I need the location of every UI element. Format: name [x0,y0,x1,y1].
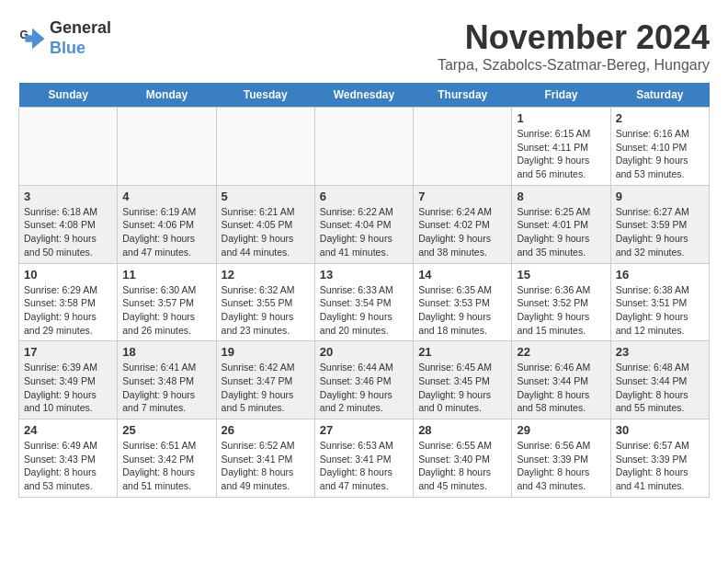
day-details: Sunrise: 6:35 AMSunset: 3:53 PMDaylight:… [418,283,506,338]
calendar-cell: 3Sunrise: 6:18 AMSunset: 4:08 PMDaylight… [19,185,118,263]
day-details: Sunrise: 6:38 AMSunset: 3:51 PMDaylight:… [616,283,704,338]
calendar-cell: 14Sunrise: 6:35 AMSunset: 3:53 PMDayligh… [414,263,512,341]
calendar-cell: 10Sunrise: 6:29 AMSunset: 3:58 PMDayligh… [19,263,118,341]
calendar-cell: 17Sunrise: 6:39 AMSunset: 3:49 PMDayligh… [19,341,118,419]
day-number: 1 [517,111,605,125]
calendar-cell: 12Sunrise: 6:32 AMSunset: 3:55 PMDayligh… [216,263,314,341]
calendar-cell: 6Sunrise: 6:22 AMSunset: 4:04 PMDaylight… [314,185,413,263]
calendar-table: SundayMondayTuesdayWednesdayThursdayFrid… [18,83,710,498]
calendar-header-row: SundayMondayTuesdayWednesdayThursdayFrid… [19,83,710,108]
logo-text-line2: Blue [50,39,111,59]
day-details: Sunrise: 6:24 AMSunset: 4:02 PMDaylight:… [418,205,506,259]
day-details: Sunrise: 6:46 AMSunset: 3:44 PMDaylight:… [517,361,605,415]
column-header-thursday: Thursday [414,83,512,108]
day-details: Sunrise: 6:51 AMSunset: 3:42 PMDaylight:… [122,439,210,493]
day-number: 8 [517,190,605,203]
day-number: 12 [222,268,310,282]
day-number: 11 [122,268,210,282]
calendar-cell: 20Sunrise: 6:44 AMSunset: 3:46 PMDayligh… [314,341,413,419]
day-details: Sunrise: 6:27 AMSunset: 3:59 PMDaylight:… [616,205,704,259]
day-number: 4 [122,190,210,203]
calendar-cell: 4Sunrise: 6:19 AMSunset: 4:06 PMDaylight… [118,185,216,263]
calendar-cell: 1Sunrise: 6:15 AMSunset: 4:11 PMDaylight… [512,108,610,186]
day-number: 3 [24,190,112,203]
day-details: Sunrise: 6:29 AMSunset: 3:58 PMDaylight:… [24,283,112,338]
day-number: 20 [320,345,408,359]
location: Tarpa, Szabolcs-Szatmar-Bereg, Hungary [438,57,710,74]
day-details: Sunrise: 6:18 AMSunset: 4:08 PMDaylight:… [24,205,112,259]
column-header-sunday: Sunday [19,83,118,108]
day-number: 21 [418,345,506,359]
calendar-week-5: 24Sunrise: 6:49 AMSunset: 3:43 PMDayligh… [19,419,710,498]
calendar-cell: 29Sunrise: 6:56 AMSunset: 3:39 PMDayligh… [512,419,610,498]
day-details: Sunrise: 6:25 AMSunset: 4:01 PMDaylight:… [517,205,605,259]
calendar-week-1: 1Sunrise: 6:15 AMSunset: 4:11 PMDaylight… [19,108,710,186]
calendar-cell: 23Sunrise: 6:48 AMSunset: 3:44 PMDayligh… [610,341,709,419]
day-details: Sunrise: 6:33 AMSunset: 3:54 PMDaylight:… [320,283,408,338]
day-number: 29 [517,423,605,437]
day-details: Sunrise: 6:39 AMSunset: 3:49 PMDaylight:… [24,361,112,415]
day-number: 25 [122,423,210,437]
day-number: 19 [222,345,310,359]
calendar-cell: 26Sunrise: 6:52 AMSunset: 3:41 PMDayligh… [216,419,314,498]
day-number: 7 [418,190,506,203]
calendar-cell: 8Sunrise: 6:25 AMSunset: 4:01 PMDaylight… [512,185,610,263]
day-details: Sunrise: 6:32 AMSunset: 3:55 PMDaylight:… [222,283,310,338]
calendar-cell: 24Sunrise: 6:49 AMSunset: 3:43 PMDayligh… [19,419,118,498]
day-details: Sunrise: 6:16 AMSunset: 4:10 PMDaylight:… [616,127,704,181]
day-number: 27 [320,423,408,437]
day-number: 10 [24,268,112,282]
calendar-week-2: 3Sunrise: 6:18 AMSunset: 4:08 PMDaylight… [19,185,710,263]
calendar-cell: 21Sunrise: 6:45 AMSunset: 3:45 PMDayligh… [414,341,512,419]
column-header-saturday: Saturday [610,83,709,108]
day-details: Sunrise: 6:48 AMSunset: 3:44 PMDaylight:… [616,361,704,415]
month-title: November 2024 [438,18,710,57]
day-details: Sunrise: 6:41 AMSunset: 3:48 PMDaylight:… [122,361,210,415]
calendar-cell: 16Sunrise: 6:38 AMSunset: 3:51 PMDayligh… [610,263,709,341]
day-number: 13 [320,268,408,282]
calendar-week-3: 10Sunrise: 6:29 AMSunset: 3:58 PMDayligh… [19,263,710,341]
calendar-cell: 15Sunrise: 6:36 AMSunset: 3:52 PMDayligh… [512,263,610,341]
calendar-cell: 7Sunrise: 6:24 AMSunset: 4:02 PMDaylight… [414,185,512,263]
day-details: Sunrise: 6:21 AMSunset: 4:05 PMDaylight:… [222,205,310,259]
calendar-cell: 19Sunrise: 6:42 AMSunset: 3:47 PMDayligh… [216,341,314,419]
calendar-cell: 11Sunrise: 6:30 AMSunset: 3:57 PMDayligh… [118,263,216,341]
page-header: G General Blue November 2024 Tarpa, Szab… [18,18,710,74]
calendar-cell: 9Sunrise: 6:27 AMSunset: 3:59 PMDaylight… [610,185,709,263]
day-details: Sunrise: 6:55 AMSunset: 3:40 PMDaylight:… [418,439,506,493]
day-number: 22 [517,345,605,359]
title-area: November 2024 Tarpa, Szabolcs-Szatmar-Be… [438,18,710,74]
calendar-week-4: 17Sunrise: 6:39 AMSunset: 3:49 PMDayligh… [19,341,710,419]
column-header-friday: Friday [512,83,610,108]
day-details: Sunrise: 6:52 AMSunset: 3:41 PMDaylight:… [222,439,310,493]
day-number: 15 [517,268,605,282]
calendar-cell [414,108,512,186]
calendar-cell [118,108,216,186]
day-number: 6 [320,190,408,203]
logo-icon: G [18,25,46,52]
column-header-tuesday: Tuesday [216,83,314,108]
calendar-cell: 27Sunrise: 6:53 AMSunset: 3:41 PMDayligh… [314,419,413,498]
day-number: 16 [616,268,704,282]
day-number: 24 [24,423,112,437]
day-details: Sunrise: 6:44 AMSunset: 3:46 PMDaylight:… [320,361,408,415]
day-number: 5 [222,190,310,203]
day-details: Sunrise: 6:42 AMSunset: 3:47 PMDaylight:… [222,361,310,415]
calendar-cell [19,108,118,186]
calendar-cell: 18Sunrise: 6:41 AMSunset: 3:48 PMDayligh… [118,341,216,419]
day-number: 28 [418,423,506,437]
day-number: 17 [24,345,112,359]
day-details: Sunrise: 6:57 AMSunset: 3:39 PMDaylight:… [616,439,704,493]
calendar-cell [216,108,314,186]
calendar-cell [314,108,413,186]
day-details: Sunrise: 6:15 AMSunset: 4:11 PMDaylight:… [517,127,605,181]
day-details: Sunrise: 6:22 AMSunset: 4:04 PMDaylight:… [320,205,408,259]
day-details: Sunrise: 6:45 AMSunset: 3:45 PMDaylight:… [418,361,506,415]
day-details: Sunrise: 6:30 AMSunset: 3:57 PMDaylight:… [122,283,210,338]
day-details: Sunrise: 6:53 AMSunset: 3:41 PMDaylight:… [320,439,408,493]
column-header-wednesday: Wednesday [314,83,413,108]
calendar-cell: 30Sunrise: 6:57 AMSunset: 3:39 PMDayligh… [610,419,709,498]
day-number: 26 [222,423,310,437]
day-number: 14 [418,268,506,282]
day-details: Sunrise: 6:36 AMSunset: 3:52 PMDaylight:… [517,283,605,338]
